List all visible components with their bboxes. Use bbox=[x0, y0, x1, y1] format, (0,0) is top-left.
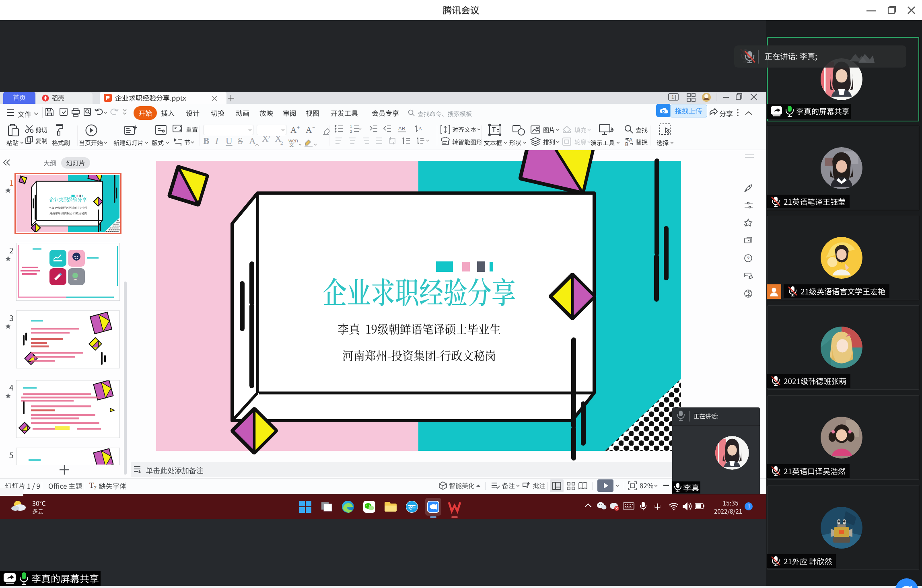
svg-text:2: 2 bbox=[350, 130, 352, 134]
svg-text:A: A bbox=[306, 125, 312, 135]
svg-text:AB: AB bbox=[398, 125, 405, 132]
svg-text:A: A bbox=[629, 137, 632, 143]
svg-text:A: A bbox=[418, 125, 422, 132]
svg-text::: : bbox=[5, 189, 6, 194]
svg-text:I: I bbox=[215, 136, 219, 146]
svg-text:+: + bbox=[297, 125, 300, 130]
svg-text:−: − bbox=[312, 125, 315, 130]
svg-text:e: e bbox=[409, 502, 413, 511]
svg-text:1: 1 bbox=[671, 95, 674, 100]
svg-text:A: A bbox=[290, 125, 297, 135]
svg-text:?: ? bbox=[94, 485, 97, 490]
svg-text:2: 2 bbox=[268, 136, 270, 140]
svg-text:1: 1 bbox=[747, 503, 751, 510]
svg-text:1: 1 bbox=[350, 125, 352, 128]
svg-text:?: ? bbox=[747, 256, 750, 261]
svg-text:B: B bbox=[203, 136, 209, 146]
